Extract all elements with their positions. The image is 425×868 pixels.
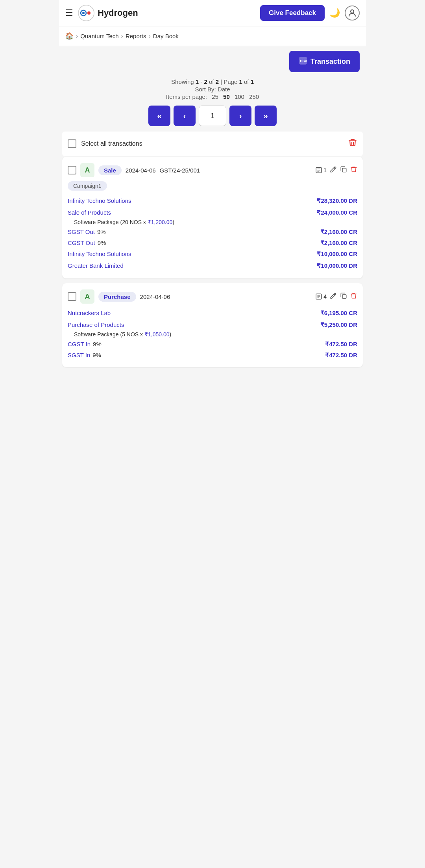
edit-icon-2[interactable] xyxy=(330,292,337,301)
select-all-checkbox[interactable] xyxy=(68,139,76,148)
transaction-line-2-2: CGST In 9% ₹472.50 DR xyxy=(68,339,357,350)
line-label-1-0[interactable]: Infinity Techno Solutions xyxy=(68,197,131,204)
next-page-button[interactable]: › xyxy=(229,106,251,126)
select-all-label[interactable]: Select all transactions xyxy=(68,139,142,148)
line-tax-label-2-3[interactable]: SGST In xyxy=(68,352,90,358)
card-date-2: 2024-04-06 xyxy=(140,293,170,300)
line-tax-label-1-3[interactable]: CGST Out xyxy=(68,239,95,246)
svg-point-2 xyxy=(82,12,85,14)
transaction-line-1-1: Sale of Products ₹24,000.00 CR xyxy=(68,207,357,218)
first-page-button[interactable]: « xyxy=(148,106,170,126)
line-tax-label-2-2[interactable]: CGST In xyxy=(68,341,91,347)
prev-page-button[interactable]: ‹ xyxy=(174,106,196,126)
card-ref-1: GST/24-25/001 xyxy=(160,167,200,174)
items-option-100[interactable]: 100 xyxy=(235,93,244,100)
breadcrumb-reports[interactable]: Reports xyxy=(126,33,146,39)
csv-icon: CSV xyxy=(299,56,307,67)
line-label-2-0[interactable]: Nutcrackers Lab xyxy=(68,310,111,316)
transaction-line-1-4: Infinity Techno Solutions ₹10,000.00 CR xyxy=(68,249,357,260)
line-tax-pct-1-3: 9% xyxy=(98,239,106,246)
items-option-25[interactable]: 25 xyxy=(212,93,218,100)
breadcrumb-quantum-tech[interactable]: Quantum Tech xyxy=(80,33,118,39)
attachment-badge-1: 1 xyxy=(315,167,327,174)
items-per-page-label: Items per page: xyxy=(166,93,207,100)
svg-point-4 xyxy=(351,10,354,13)
showing-text: Showing 1 - 2 of 2 | Page 1 of 1 xyxy=(65,78,360,85)
line-amount-1-0: ₹28,320.00 DR xyxy=(317,197,357,204)
attachment-badge-2: 4 xyxy=(315,293,327,300)
breadcrumb: 🏠 › Quantum Tech › Reports › Day Book xyxy=(59,26,366,46)
edit-icon-1[interactable] xyxy=(330,166,337,175)
svg-rect-10 xyxy=(342,295,346,299)
line-amount-2-2: ₹472.50 DR xyxy=(325,341,357,348)
showing-start: 1 xyxy=(196,78,199,85)
line-label-2-1[interactable]: Purchase of Products xyxy=(68,321,124,328)
page-controls: « ‹ › » xyxy=(59,102,366,132)
line-label-1-4[interactable]: Infinity Techno Solutions xyxy=(68,250,131,257)
line-tax-label-1-2[interactable]: SGST Out xyxy=(68,228,95,235)
campaign-tag-1: Campaign1 xyxy=(68,181,107,191)
transaction-line-1-2: SGST Out 9% ₹2,160.00 CR xyxy=(68,226,357,237)
items-option-250[interactable]: 250 xyxy=(249,93,259,100)
line-amount-2-1: ₹5,250.00 DR xyxy=(320,321,357,328)
transaction-line-1-3: CGST Out 9% ₹2,160.00 CR xyxy=(68,237,357,249)
line-tax-pct-1-2: 9% xyxy=(97,228,106,235)
line-sub-2-1: Software Package (5 NOS x ₹1,050.00) xyxy=(68,331,357,338)
line-tax-pct-2-2: 9% xyxy=(93,341,102,347)
page-total: 1 xyxy=(251,78,254,85)
card-actions-2: 4 xyxy=(315,292,357,301)
line-group-1-5: Greater Bank Limited ₹10,000.00 DR xyxy=(68,260,357,271)
page-number-input[interactable] xyxy=(199,106,226,126)
lines-container-1: Infinity Techno Solutions ₹28,320.00 DR … xyxy=(68,195,357,271)
delete-icon-1[interactable] xyxy=(350,166,357,175)
transaction-line-1-5: Greater Bank Limited ₹10,000.00 DR xyxy=(68,260,357,271)
bulk-delete-icon[interactable] xyxy=(348,138,357,150)
transaction-line-2-0: Nutcrackers Lab ₹6,195.00 CR xyxy=(68,308,357,319)
card-actions-1: 1 xyxy=(315,166,357,175)
last-page-button[interactable]: » xyxy=(255,106,277,126)
card-checkbox-2[interactable] xyxy=(68,292,76,301)
header-actions: Give Feedback 🌙 xyxy=(260,5,360,21)
line-label-1-1[interactable]: Sale of Products xyxy=(68,209,111,216)
select-all-text: Select all transactions xyxy=(81,140,142,147)
line-tax-pct-2-3: 9% xyxy=(92,352,101,358)
user-avatar[interactable] xyxy=(345,6,360,20)
showing-end: 2 xyxy=(204,78,207,85)
page-current: 1 xyxy=(239,78,242,85)
menu-icon[interactable]: ☰ xyxy=(65,8,73,18)
app-title: Hydrogen xyxy=(98,8,138,18)
letter-badge-1: A xyxy=(80,163,94,177)
line-amount-1-4: ₹10,000.00 CR xyxy=(317,250,357,258)
transaction-line-2-3: SGST In 9% ₹472.50 DR xyxy=(68,350,357,361)
copy-icon-2[interactable] xyxy=(340,292,347,301)
type-badge-1: Sale xyxy=(98,165,122,175)
toolbar: CSV Transaction xyxy=(59,46,366,74)
line-group-1-4: Infinity Techno Solutions ₹10,000.00 CR xyxy=(68,249,357,260)
transaction-label: Transaction xyxy=(310,57,350,66)
line-amount-2-0: ₹6,195.00 CR xyxy=(320,310,357,317)
pagination-info: Showing 1 - 2 of 2 | Page 1 of 1 Sort By… xyxy=(59,74,366,102)
breadcrumb-day-book[interactable]: Day Book xyxy=(153,33,179,39)
breadcrumb-sep-1: › xyxy=(76,33,78,40)
feedback-button[interactable]: Give Feedback xyxy=(260,5,325,21)
card-date-1: 2024-04-06 xyxy=(126,167,156,174)
items-option-50[interactable]: 50 xyxy=(223,93,230,100)
header: ☰ Hydrogen Give Feedback 🌙 xyxy=(59,0,366,26)
select-all-row: Select all transactions xyxy=(62,132,363,156)
svg-point-3 xyxy=(87,11,91,15)
transactions-area: Select all transactions A Sale 2024-04-0… xyxy=(59,132,366,378)
svg-rect-8 xyxy=(342,168,346,172)
card-checkbox-1[interactable] xyxy=(68,166,76,174)
home-icon[interactable]: 🏠 xyxy=(65,32,74,40)
transaction-button[interactable]: CSV Transaction xyxy=(289,51,360,72)
line-label-1-5[interactable]: Greater Bank Limited xyxy=(68,262,124,269)
logo: Hydrogen xyxy=(78,5,138,21)
line-amount-1-3: ₹2,160.00 CR xyxy=(320,239,357,247)
dark-mode-icon[interactable]: 🌙 xyxy=(329,8,340,18)
showing-total: 2 xyxy=(216,78,219,85)
transaction-card-2: A Purchase 2024-04-06 4 xyxy=(62,283,363,367)
breadcrumb-sep-2: › xyxy=(121,33,123,40)
delete-icon-2[interactable] xyxy=(350,292,357,301)
copy-icon-1[interactable] xyxy=(340,166,347,175)
line-amount-1-1: ₹24,000.00 CR xyxy=(317,209,357,216)
